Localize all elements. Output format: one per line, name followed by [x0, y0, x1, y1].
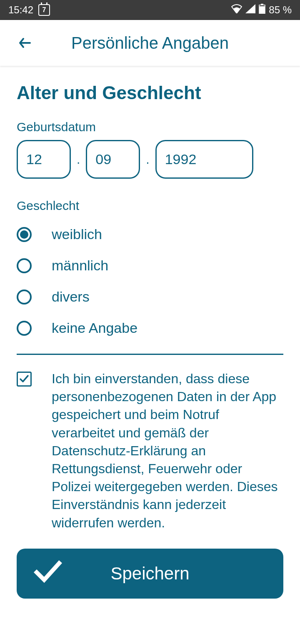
app-bar: Persönliche Angaben	[0, 20, 300, 66]
date-separator: .	[77, 152, 80, 167]
content: Alter und Geschlecht Geburtsdatum 12 . 0…	[0, 66, 300, 599]
gender-option-weiblich[interactable]: weiblich	[17, 219, 283, 250]
birthdate-label: Geburtsdatum	[17, 120, 283, 134]
radio-label: keine Angabe	[52, 320, 138, 336]
status-right: 85 %	[231, 4, 292, 16]
battery-percent: 85 %	[269, 4, 292, 16]
svg-rect-2	[259, 6, 265, 14]
birthdate-month-input[interactable]: 09	[86, 140, 140, 179]
date-separator: .	[146, 152, 149, 167]
birthdate-year-input[interactable]: 1992	[155, 140, 253, 179]
status-left: 15:42 7	[8, 4, 50, 16]
check-icon	[33, 559, 62, 588]
save-button-label: Speichern	[33, 564, 267, 584]
gender-option-maennlich[interactable]: männlich	[17, 250, 283, 281]
wifi-icon	[231, 4, 242, 16]
battery-icon	[259, 4, 265, 16]
radio-label: weiblich	[52, 226, 102, 242]
radio-icon	[17, 290, 32, 305]
consent-row: Ich bin einverstanden, dass diese person…	[17, 370, 283, 532]
gender-option-keine-angabe[interactable]: keine Angabe	[17, 312, 283, 344]
gender-label: Geschlecht	[17, 199, 283, 213]
radio-label: männlich	[52, 257, 108, 274]
status-time: 15:42	[8, 4, 33, 16]
check-icon	[19, 374, 30, 384]
radio-icon	[17, 227, 32, 242]
radio-label: divers	[52, 289, 90, 305]
status-bar: 15:42 7 85 %	[0, 0, 300, 20]
save-button[interactable]: Speichern	[17, 549, 283, 599]
divider	[17, 354, 283, 355]
gender-radio-group: weiblich männlich divers keine Angabe	[17, 219, 283, 344]
birthdate-row: 12 . 09 . 1992	[17, 140, 283, 179]
calendar-icon: 7	[38, 4, 50, 16]
section-title: Alter und Geschlecht	[17, 82, 283, 103]
consent-text: Ich bin einverstanden, dass diese person…	[52, 370, 283, 532]
gender-option-divers[interactable]: divers	[17, 281, 283, 312]
signal-icon	[245, 4, 255, 16]
radio-icon	[17, 258, 32, 273]
consent-checkbox[interactable]	[17, 372, 32, 387]
birthdate-day-input[interactable]: 12	[17, 140, 71, 179]
page-title: Persönliche Angaben	[17, 34, 283, 52]
radio-icon	[17, 321, 32, 336]
